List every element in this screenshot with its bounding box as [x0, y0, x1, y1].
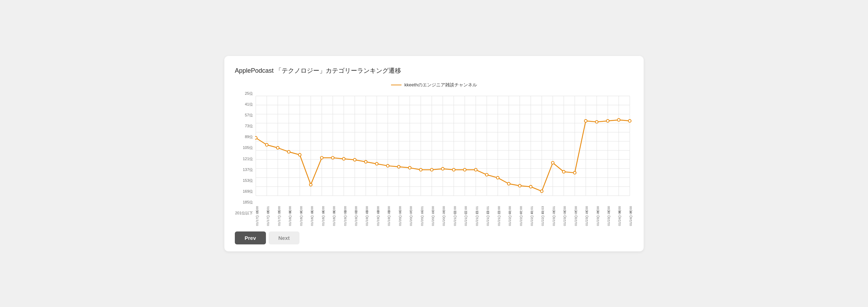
- chart-svg: [255, 92, 633, 204]
- x-axis-label: 01/20(土) 03:00: [398, 205, 403, 226]
- prev-button[interactable]: Prev: [235, 231, 266, 244]
- button-group: Prev Next: [235, 231, 633, 244]
- svg-point-80: [617, 118, 620, 121]
- x-axis-label: 01/23(火) 23:01: [552, 205, 556, 226]
- chart-wrapper: 25位41位57位73位89位105位121位137位153位169位185位2…: [235, 92, 633, 226]
- x-axis-label: 01/22(月) 15:01: [530, 205, 534, 226]
- svg-point-66: [463, 168, 466, 171]
- svg-point-67: [475, 168, 477, 171]
- svg-point-64: [441, 167, 444, 170]
- svg-point-51: [298, 153, 301, 156]
- svg-point-52: [309, 183, 312, 186]
- legend: kkeethのエンジニア雑談チャンネル: [235, 82, 633, 88]
- x-axis-label: 01/21(日) 23:00: [497, 205, 501, 226]
- x-axis-label: 01/18(木) 03:00: [288, 205, 292, 226]
- x-axis-label: 01/18(木) 23:00: [332, 205, 337, 226]
- x-axis-label: 01/18(木) 15:00: [310, 205, 314, 226]
- x-axis-label: 01/20(土) 07:00: [409, 205, 413, 226]
- svg-point-54: [331, 156, 334, 159]
- svg-point-75: [562, 170, 565, 173]
- y-axis-label: 105位: [243, 146, 253, 150]
- x-axis-label: 01/23(火) 03:00: [563, 205, 567, 226]
- svg-point-63: [431, 168, 433, 171]
- y-axis-label: 73位: [245, 124, 253, 128]
- main-card: ApplePodcast 「テクノロジー」カテゴリーランキング遷移 kkeeth…: [224, 56, 644, 251]
- svg-point-78: [595, 120, 598, 123]
- x-axis-label: 01/22(月) 07:00: [519, 205, 523, 226]
- svg-point-61: [408, 166, 411, 169]
- x-axis-label: 01/18(木) 07:00: [299, 205, 304, 226]
- x-axis-label: 01/17(水) 23:00: [277, 205, 282, 226]
- y-axis-label: 185位: [243, 200, 253, 204]
- svg-point-76: [573, 171, 576, 174]
- svg-point-68: [485, 173, 488, 176]
- svg-point-79: [606, 119, 609, 122]
- x-axis-label: 01/23(火) 07:00: [574, 205, 578, 226]
- next-button[interactable]: Next: [269, 231, 300, 244]
- x-axis-label: 01/22(月) 19:03: [541, 205, 545, 226]
- svg-point-58: [375, 162, 378, 165]
- x-axis-label: 01/19(金) 23:00: [387, 205, 391, 226]
- svg-point-71: [518, 184, 521, 187]
- y-axis-label: 121位: [243, 157, 253, 161]
- y-axis-label: 25位: [245, 92, 253, 95]
- x-axis-label: 01/24(木) 03:00: [617, 205, 622, 226]
- svg-point-70: [507, 182, 510, 185]
- x-axis: 01/17(水) 15:0001/17(水) 19:0101/17(水) 23:…: [255, 205, 633, 226]
- y-axis: 25位41位57位73位89位105位121位137位153位169位185位2…: [235, 92, 255, 226]
- svg-point-47: [255, 136, 257, 139]
- svg-point-77: [584, 119, 587, 122]
- x-axis-label: 01/18(木) 19:00: [321, 205, 326, 226]
- page-title: ApplePodcast 「テクノロジー」カテゴリーランキング遷移: [235, 66, 633, 75]
- chart-inner: 01/17(水) 15:0001/17(水) 19:0101/17(水) 23:…: [255, 92, 633, 226]
- legend-color-line: [391, 85, 402, 85]
- svg-point-74: [551, 161, 554, 164]
- x-axis-label: 01/20(土) 23:00: [442, 205, 446, 226]
- svg-point-49: [276, 146, 279, 149]
- y-axis-label: 89位: [245, 135, 253, 139]
- x-axis-label: 01/21(日) 07:00: [464, 205, 468, 226]
- y-axis-label: 201位以下: [235, 211, 253, 215]
- x-axis-label: 01/19(金) 03:00: [343, 205, 348, 226]
- svg-point-59: [386, 164, 389, 167]
- x-axis-label: 01/17(水) 19:01: [266, 205, 270, 226]
- svg-point-60: [397, 165, 400, 168]
- svg-point-65: [453, 168, 455, 171]
- x-axis-label: 01/22(月) 03:00: [508, 205, 512, 226]
- x-axis-label: 01/23(火) 20:00: [596, 205, 600, 226]
- x-axis-label: 01/24(木) 07:00: [629, 205, 633, 226]
- x-axis-label: 01/21(日) 03:00: [453, 205, 457, 226]
- y-axis-label: 137位: [243, 168, 253, 172]
- y-axis-label: 41位: [245, 102, 253, 106]
- x-axis-label: 01/19(金) 07:00: [354, 205, 359, 226]
- svg-point-62: [419, 168, 422, 171]
- svg-point-53: [320, 156, 323, 159]
- svg-point-73: [540, 190, 543, 192]
- x-axis-label: 01/21(日) 15:01: [475, 205, 479, 226]
- svg-point-81: [628, 119, 631, 122]
- x-axis-label: 01/23(火) 23:00: [607, 205, 611, 226]
- svg-point-72: [529, 185, 532, 188]
- x-axis-label: 01/19(金) 19:00: [376, 205, 381, 226]
- svg-point-69: [497, 176, 499, 179]
- svg-point-56: [353, 158, 356, 161]
- svg-point-48: [266, 143, 268, 146]
- x-axis-label: 01/17(水) 15:00: [255, 205, 260, 226]
- legend-label: kkeethのエンジニア雑談チャンネル: [404, 82, 477, 88]
- x-axis-label: 01/23(火) 15:00: [585, 205, 589, 226]
- y-axis-label: 169位: [243, 190, 253, 193]
- svg-point-50: [287, 150, 290, 153]
- y-axis-label: 153位: [243, 179, 253, 183]
- x-axis-label: 01/21(日) 19:01: [486, 205, 490, 226]
- x-axis-label: 01/19(金) 15:00: [365, 205, 369, 226]
- x-axis-label: 01/20(土) 15:01: [420, 205, 425, 226]
- x-axis-label: 01/20(土) 19:00: [431, 205, 435, 226]
- svg-point-55: [342, 157, 345, 160]
- y-axis-label: 57位: [245, 113, 253, 117]
- svg-point-57: [364, 160, 367, 163]
